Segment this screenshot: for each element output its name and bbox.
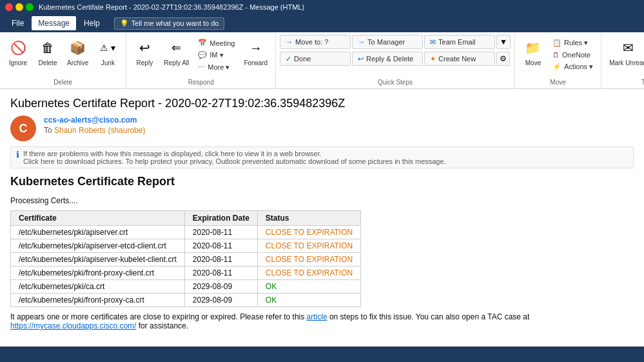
lightbulb-icon: 💡 xyxy=(120,19,129,28)
archive-button[interactable]: 📦 Archive xyxy=(63,35,92,70)
table-row: /etc/kubernetes/pki/front-proxy-ca.crt20… xyxy=(11,294,361,307)
qs-to-manager[interactable]: → To Manager xyxy=(352,35,423,49)
respond-group-content: ↩ Reply ⇐ Reply All 📅 Move to: ? Meeting… xyxy=(130,35,271,77)
qs-done-label: Done xyxy=(294,55,311,63)
move-to-icon: → xyxy=(286,38,293,46)
cert-status: CLOSE TO EXPIRATION xyxy=(257,239,360,253)
im-icon: 💬 xyxy=(198,51,207,59)
qs-reply-delete-label: Reply & Delete xyxy=(366,55,413,63)
table-row: /etc/kubernetes/pki/apiserver-etcd-clien… xyxy=(11,239,361,253)
menu-help[interactable]: Help xyxy=(77,16,106,30)
menu-message[interactable]: Message xyxy=(32,16,76,30)
footer-mid: on steps to fix this issue. You can also… xyxy=(327,312,530,321)
processing-text: Processing Certs.... xyxy=(10,196,634,205)
ribbon-group-delete: 🚫 Ignore 🗑 Delete 📦 Archive ⚠ ▾ Junk Del… xyxy=(0,32,126,88)
move-group-label: Move xyxy=(550,77,565,86)
qs-expand-btn[interactable]: ▼ xyxy=(496,35,511,49)
onenote-icon: 🗒 xyxy=(552,51,560,59)
reply-delete-icon: ↩ xyxy=(358,55,364,63)
tags-group-label: Tags xyxy=(641,77,644,86)
cert-expiry: 2029-08-09 xyxy=(184,280,257,294)
qs-settings-btn[interactable]: ⚙ xyxy=(496,52,510,66)
mark-unread-label: Mark Unread xyxy=(609,59,644,67)
col-status: Status xyxy=(257,211,360,226)
meeting-icon: 📅 xyxy=(198,39,207,47)
ignore-button[interactable]: 🚫 Ignore xyxy=(4,35,32,70)
move-button[interactable]: 📁 Move xyxy=(519,35,547,70)
ribbon-group-respond: ↩ Reply ⇐ Reply All 📅 Move to: ? Meeting… xyxy=(126,32,276,88)
cert-path: /etc/kubernetes/pki/front-proxy-client.c… xyxy=(11,266,185,280)
respond-small-buttons: 📅 Move to: ? Meeting 💬 IM ▾ ⋯ More ▾ xyxy=(194,35,239,73)
forward-label: Forward xyxy=(244,59,268,67)
delete-group-content: 🚫 Ignore 🗑 Delete 📦 Archive ⚠ ▾ Junk xyxy=(4,35,122,77)
privacy-text1: If there are problems with how this mess… xyxy=(23,150,322,157)
tell-me-box[interactable]: 💡 Tell me what you want to do xyxy=(114,17,225,30)
more-button[interactable]: ⋯ More ▾ xyxy=(194,62,239,73)
reply-all-icon: ⇐ xyxy=(166,37,187,58)
cert-expiry: 2020-08-11 xyxy=(184,226,257,239)
archive-label: Archive xyxy=(67,59,88,67)
qs-done[interactable]: ✓ Done xyxy=(280,52,351,66)
ribbon-group-quicksteps: → Move to: ? → To Manager ✉ Team Email ▼… xyxy=(276,32,515,88)
reply-button[interactable]: ↩ Reply xyxy=(130,35,159,70)
privacy-notice: ℹ If there are problems with how this me… xyxy=(10,146,634,168)
email-body: Kubernetes Certifate Report - 2020-02-27… xyxy=(0,89,644,347)
maximize-btn[interactable] xyxy=(26,3,34,11)
cert-expiry: 2020-08-11 xyxy=(184,266,257,280)
tac-link[interactable]: https://mycase.cloudapps.cisco.com/ xyxy=(10,321,136,330)
qs-move-to[interactable]: → Move to: ? xyxy=(280,35,351,49)
table-row: /etc/kubernetes/pki/apiserver.crt2020-08… xyxy=(11,226,361,239)
meeting-button[interactable]: 📅 Move to: ? Meeting xyxy=(194,37,239,48)
team-email-icon: ✉ xyxy=(430,38,436,46)
move-icon: 📁 xyxy=(523,37,543,58)
tags-group-content: ✉ Mark Unread 🏷 Categorize xyxy=(605,35,644,77)
delete-icon: 🗑 xyxy=(37,37,58,58)
email-content: Kubernetes Certificate Report Processing… xyxy=(10,175,634,330)
menu-bar: File Message Help 💡 Tell me what you wan… xyxy=(0,14,644,32)
ribbon-group-tags: ✉ Mark Unread 🏷 Categorize Tags xyxy=(601,32,644,88)
mark-unread-button[interactable]: ✉ Mark Unread xyxy=(605,35,644,70)
cert-status: CLOSE TO EXPIRATION xyxy=(257,266,360,280)
email-from-info: ccs-ao-alerts@cisco.com To Shaun Roberts… xyxy=(44,116,145,135)
qs-to-manager-label: To Manager xyxy=(367,38,405,46)
table-row: /etc/kubernetes/pki/front-proxy-client.c… xyxy=(11,266,361,280)
cert-expiry: 2020-08-11 xyxy=(184,253,257,266)
qs-team-email[interactable]: ✉ Team Email xyxy=(424,35,495,49)
ignore-icon: 🚫 xyxy=(8,37,28,58)
reply-all-button[interactable]: ⇐ Reply All xyxy=(160,35,193,70)
move-small-btns: 📋 Rules ▾ 🗒 OneNote ⚡ Actions ▾ xyxy=(549,35,597,72)
done-icon: ✓ xyxy=(286,55,291,63)
article-link[interactable]: article xyxy=(307,312,327,321)
forward-button[interactable]: → Forward xyxy=(240,35,271,70)
im-button[interactable]: 💬 IM ▾ xyxy=(194,50,239,61)
rules-button[interactable]: 📋 Rules ▾ xyxy=(549,37,597,48)
table-row: /etc/kubernetes/pki/ca.crt2029-08-09OK xyxy=(11,280,361,294)
menu-file[interactable]: File xyxy=(5,16,30,30)
minimize-btn[interactable] xyxy=(15,3,23,11)
delete-group-label: Delete xyxy=(54,77,72,86)
cert-status: CLOSE TO EXPIRATION xyxy=(257,226,360,239)
actions-icon: ⚡ xyxy=(552,63,561,71)
from-name: ccs-ao-alerts@cisco.com xyxy=(44,116,137,125)
reply-label: Reply xyxy=(137,59,153,67)
title-bar: Kubernetes Certifate Report - 2020-02-27… xyxy=(0,0,644,14)
junk-icon: ⚠ ▾ xyxy=(97,37,118,58)
quicksteps-row2: ✓ Done ↩ Reply & Delete ✦ Create New ⚙ xyxy=(280,52,510,66)
quicksteps-content: → Move to: ? → To Manager ✉ Team Email ▼… xyxy=(280,35,511,77)
close-btn[interactable] xyxy=(5,3,13,11)
to-line: To Shaun Roberts (shaurobe) xyxy=(44,126,145,135)
move-label: Move xyxy=(525,59,541,67)
junk-button[interactable]: ⚠ ▾ Junk xyxy=(93,35,122,70)
rules-icon: 📋 xyxy=(552,39,561,47)
mark-unread-icon: ✉ xyxy=(618,37,638,58)
qs-create-new[interactable]: ✦ Create New xyxy=(424,52,495,66)
actions-button[interactable]: ⚡ Actions ▾ xyxy=(549,61,597,72)
window-controls[interactable] xyxy=(5,3,34,11)
forward-icon: → xyxy=(246,37,266,58)
privacy-text2: Click here to download pictures. To help… xyxy=(23,157,446,165)
onenote-button[interactable]: 🗒 OneNote xyxy=(549,50,597,60)
delete-button[interactable]: 🗑 Delete xyxy=(34,35,62,70)
reply-all-label: Reply All xyxy=(164,59,189,67)
reply-icon: ↩ xyxy=(134,37,155,58)
qs-reply-delete[interactable]: ↩ Reply & Delete xyxy=(352,52,423,66)
